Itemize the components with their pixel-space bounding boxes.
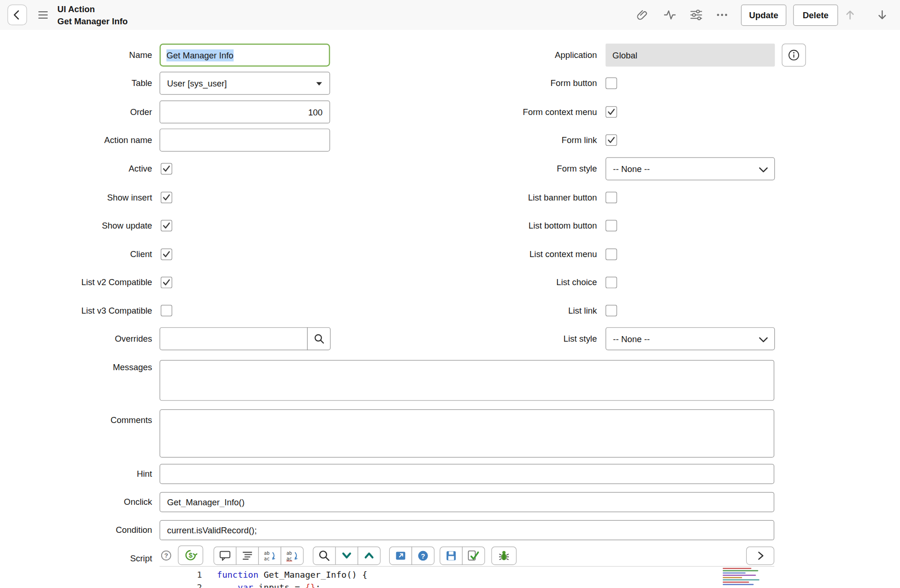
list-style-selected-value: -- None -- [613, 334, 650, 344]
list-style-label: List style [344, 333, 597, 344]
checkmark-icon [162, 193, 171, 202]
find-next-button[interactable] [335, 546, 358, 565]
hint-input[interactable] [159, 464, 774, 484]
form-menu-button[interactable] [36, 8, 50, 21]
svg-text:$: $ [189, 552, 193, 559]
table-selected-value: User [sys_user] [167, 79, 227, 88]
svg-text:ab: ab [286, 551, 292, 556]
code-token: Get_Manager_Info() { [264, 569, 367, 580]
order-label: Order [0, 106, 152, 118]
hamburger-icon [38, 10, 48, 20]
overrides-label: Overrides [0, 333, 152, 344]
more-options-button[interactable] [714, 7, 729, 22]
list-banner-button-checkbox[interactable] [606, 192, 617, 203]
previous-record-button[interactable] [843, 7, 857, 22]
list-choice-label: List choice [344, 277, 597, 288]
comments-label: Comments [0, 415, 152, 426]
onclick-label: Onclick [0, 496, 152, 508]
list-v3-compatible-checkbox[interactable] [161, 305, 172, 316]
order-input[interactable] [159, 100, 330, 123]
list-banner-button-label: List banner button [344, 192, 597, 203]
list-link-checkbox[interactable] [606, 305, 617, 316]
script-label: Script [0, 553, 152, 565]
messages-label: Messages [0, 362, 152, 373]
overrides-input[interactable] [159, 327, 307, 350]
application-info-button[interactable] [782, 43, 806, 66]
save-script-button[interactable] [440, 546, 463, 565]
page-title: UI Action Get Manager Info [57, 3, 128, 27]
form-style-label: Form style [344, 163, 597, 175]
application-field: Global [606, 43, 775, 66]
syntax-check-icon [467, 550, 480, 562]
checkmark-icon [162, 250, 171, 259]
open-in-window-button[interactable] [389, 546, 412, 565]
list-link-label: List link [344, 305, 597, 316]
show-insert-checkbox[interactable] [161, 192, 172, 203]
code-line: function Get_Manager_Info() { [217, 568, 367, 581]
svg-text:ac: ac [286, 556, 292, 561]
comments-textarea[interactable] [159, 409, 774, 458]
checkmark-icon [162, 164, 171, 173]
name-input[interactable]: Get Manager Info [159, 43, 330, 66]
expand-editor-button[interactable] [746, 546, 774, 565]
bug-icon [498, 550, 510, 562]
application-value: Global [613, 50, 637, 60]
onclick-input[interactable] [159, 492, 774, 512]
form-button-checkbox[interactable] [606, 78, 617, 89]
replace-all-button[interactable]: ab ac [281, 546, 304, 565]
script-help-button[interactable]: ? [161, 550, 171, 561]
dropdown-caret-icon [316, 82, 322, 86]
messages-textarea[interactable] [159, 360, 774, 401]
list-style-select[interactable]: -- None -- [606, 327, 775, 350]
form-style-select[interactable]: -- None -- [606, 158, 775, 180]
list-bottom-button-checkbox[interactable] [606, 220, 617, 231]
back-button[interactable] [7, 5, 27, 25]
search-icon [313, 333, 325, 344]
action-name-input[interactable] [159, 129, 330, 151]
svg-text:ac: ac [264, 556, 270, 561]
sliders-icon [690, 8, 702, 21]
editor-window-group: ? [389, 546, 435, 565]
find-previous-button[interactable] [357, 546, 380, 565]
toggle-comment-button[interactable] [214, 546, 236, 565]
list-context-menu-checkbox[interactable] [606, 249, 617, 260]
application-label: Application [344, 50, 597, 61]
paperclip-icon [636, 8, 649, 21]
editor-search-group [313, 546, 380, 565]
info-icon [787, 49, 800, 61]
overrides-lookup-button[interactable] [307, 327, 330, 350]
popout-icon [394, 550, 407, 562]
personalize-form-button[interactable] [689, 7, 704, 22]
checkmark-icon [162, 221, 171, 230]
form-link-checkbox[interactable] [606, 134, 617, 146]
list-v3-compatible-label: List v3 Compatible [0, 305, 152, 316]
attachment-button[interactable] [635, 7, 650, 22]
format-code-button[interactable] [236, 546, 259, 565]
list-v2-compatible-checkbox[interactable] [161, 277, 172, 288]
table-select[interactable]: User [sys_user] [159, 72, 330, 95]
syntax-editor-toggle-button[interactable]: $ [178, 545, 203, 565]
editor-tools-group: ab ac ab ac [214, 546, 304, 565]
find-button[interactable] [313, 546, 336, 565]
show-update-checkbox[interactable] [161, 220, 172, 231]
help-filled-icon: ? [417, 550, 429, 562]
form-context-menu-checkbox[interactable] [606, 106, 617, 118]
delete-button[interactable]: Delete [793, 5, 838, 26]
list-choice-checkbox[interactable] [606, 277, 617, 288]
syntax-check-button[interactable] [462, 546, 485, 565]
search-icon [318, 550, 330, 562]
editor-help-button[interactable]: ? [412, 546, 435, 565]
replace-button[interactable]: ab ac [258, 546, 281, 565]
activity-stream-button[interactable] [662, 7, 677, 22]
active-checkbox[interactable] [161, 163, 172, 175]
replace-icon: ab ac [263, 550, 277, 562]
script-editor[interactable]: 1 function Get_Manager_Info() { 2 var in… [159, 566, 774, 588]
comment-icon [219, 550, 231, 562]
record-name-title: Get Manager Info [57, 15, 128, 27]
condition-input[interactable] [159, 520, 774, 540]
update-button[interactable]: Update [741, 5, 786, 26]
next-record-button[interactable] [875, 7, 890, 22]
client-checkbox[interactable] [161, 249, 172, 260]
code-token: var [238, 582, 253, 588]
debug-button[interactable] [491, 546, 516, 565]
